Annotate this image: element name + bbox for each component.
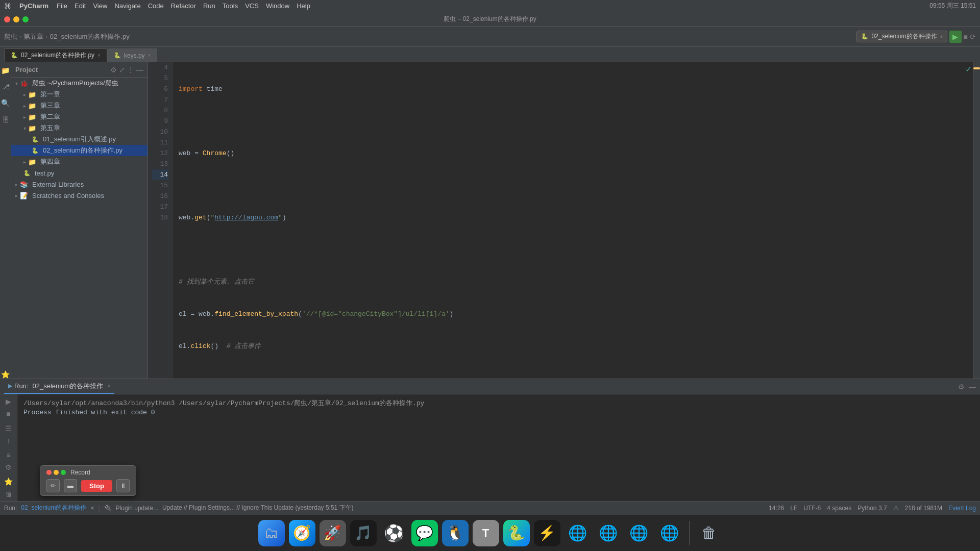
run-config-dropdown-icon[interactable]: ▾ bbox=[940, 34, 943, 39]
dock-chrome-2[interactable]: 🌐 bbox=[565, 520, 591, 546]
run-button[interactable]: ▶ bbox=[949, 31, 962, 43]
dock-chrome-4[interactable]: 🌐 bbox=[626, 520, 652, 546]
extlibs-icon: 📚 bbox=[20, 181, 28, 188]
cursor-position: 14:26 bbox=[769, 505, 784, 512]
menu-window[interactable]: Window bbox=[266, 2, 289, 10]
run-command: /Users/sylar/opt/anaconda3/bin/python3 /… bbox=[23, 398, 974, 408]
record-pen-btn[interactable]: ✏ bbox=[46, 479, 60, 492]
database-icon[interactable]: 🗄 bbox=[2, 115, 9, 123]
tree-root[interactable]: ▾ 🐞 爬虫 ~/PycharmProjects/爬虫 bbox=[11, 78, 148, 89]
run-label: Run: bbox=[14, 382, 28, 390]
tree-file-01[interactable]: 🐍 01_selenium引入概述.py bbox=[11, 134, 148, 145]
close-button[interactable] bbox=[4, 16, 10, 22]
run-tab-close[interactable]: × bbox=[107, 383, 110, 389]
menu-refactor[interactable]: Refactor bbox=[171, 2, 196, 10]
menu-items: File Edit View Navigate Code Refactor Ru… bbox=[57, 2, 310, 10]
sidebar-gear-icon[interactable]: ⋮ bbox=[127, 66, 134, 74]
sidebar-title: Project bbox=[15, 66, 108, 73]
menu-view[interactable]: View bbox=[93, 2, 107, 10]
run-side-toolbar: ▶ ■ ☰ ↑ ≡ ⚙ ⭐ 🗑 bbox=[0, 394, 17, 501]
tab-0-icon: 🐍 bbox=[11, 52, 18, 59]
run-status-tab[interactable]: 02_selenium的各种操作 bbox=[21, 504, 86, 512]
dock-chrome-5[interactable]: 🌐 bbox=[656, 520, 683, 546]
sidebar-settings-icon[interactable]: ⚙ bbox=[110, 66, 117, 74]
code-content[interactable]: import time web = Chrome() web.get("http… bbox=[173, 62, 973, 379]
dock-chrome-1[interactable]: ⚽ bbox=[381, 520, 407, 546]
tree-scratches[interactable]: ▸ 📝 Scratches and Consoles bbox=[11, 190, 148, 201]
run-config-label: 02_selenium的各种操作 bbox=[871, 32, 937, 41]
tree-chapter5[interactable]: ▾ 📁 第五章 bbox=[11, 122, 148, 134]
run-layout-btn[interactable]: ☰ bbox=[2, 423, 15, 434]
rerun-button[interactable]: ⟳ bbox=[970, 33, 976, 41]
run-star-btn[interactable]: ⭐ bbox=[2, 477, 15, 487]
tree-chapter2[interactable]: ▸ 📁 第二章 bbox=[11, 111, 148, 122]
sidebar-expand-icon[interactable]: ⤢ bbox=[119, 66, 125, 74]
menu-vcs[interactable]: VCS bbox=[245, 2, 259, 10]
tree-test-py[interactable]: 🐍 test.py bbox=[11, 167, 148, 179]
dock-typora[interactable]: T bbox=[473, 520, 499, 546]
record-minimize-btn[interactable] bbox=[54, 470, 59, 475]
menu-help[interactable]: Help bbox=[297, 2, 310, 10]
tree-chapter4[interactable]: ▸ 📁 第四章 bbox=[11, 156, 148, 167]
record-rect-btn[interactable]: ▬ bbox=[64, 479, 77, 492]
dock-thunder[interactable]: ⚡ bbox=[534, 520, 560, 546]
record-close-btn[interactable] bbox=[46, 470, 52, 475]
record-pause-btn[interactable]: ⏸ bbox=[116, 479, 130, 492]
run-stop-btn[interactable]: ■ bbox=[2, 409, 15, 419]
code-line-10: # 找到某个元素. 点击它 bbox=[179, 277, 967, 287]
dock-wechat[interactable]: 💬 bbox=[411, 520, 438, 546]
tree-external-libs[interactable]: ▸ 📚 External Libraries bbox=[11, 179, 148, 190]
run-settings-icon[interactable]: ⚙ bbox=[958, 383, 965, 391]
tab-0-close[interactable]: × bbox=[97, 53, 101, 58]
dock-finder[interactable]: 🗂 bbox=[258, 520, 285, 546]
favorites-icon[interactable]: ⭐ bbox=[1, 370, 10, 379]
run-minimize-icon[interactable]: — bbox=[969, 383, 976, 391]
menu-navigate[interactable]: Navigate bbox=[114, 2, 140, 10]
code-line-4: import time bbox=[179, 84, 967, 94]
dock-music[interactable]: 🎵 bbox=[350, 520, 377, 546]
dock-trash[interactable]: 🗑 bbox=[696, 520, 722, 546]
minimize-button[interactable] bbox=[13, 16, 19, 22]
tab-1-close[interactable]: × bbox=[148, 53, 151, 58]
menu-code[interactable]: Code bbox=[148, 2, 164, 10]
menu-edit[interactable]: Edit bbox=[75, 2, 86, 10]
search-icon[interactable]: 🔍 bbox=[1, 99, 10, 107]
run-output[interactable]: /Users/sylar/opt/anaconda3/bin/python3 /… bbox=[17, 394, 980, 501]
code-editor[interactable]: 4 5 6 7 8 9 10 11 12 13 14 15 16 17 18 i… bbox=[148, 62, 980, 379]
chapter3-arrow: ▸ bbox=[23, 103, 26, 109]
run-trash-btn[interactable]: 🗑 bbox=[2, 489, 15, 499]
apple-menu[interactable]: ⌘ bbox=[4, 2, 11, 10]
project-icon[interactable]: 📁 bbox=[1, 66, 10, 74]
dock-qq[interactable]: 🐧 bbox=[442, 520, 469, 546]
maximize-button[interactable] bbox=[22, 16, 29, 22]
record-maximize-btn[interactable] bbox=[61, 470, 66, 475]
tab-1[interactable]: 🐍 keys.py × bbox=[107, 48, 158, 62]
run-list-btn[interactable]: ≡ bbox=[2, 450, 15, 460]
dock-chrome-3[interactable]: 🌐 bbox=[595, 520, 622, 546]
run-search-btn[interactable]: ⚙ bbox=[2, 462, 15, 472]
status-left: Run: 02_selenium的各种操作 × | 🔌 Plugin updat… bbox=[4, 504, 354, 512]
run-tab[interactable]: ▶ Run: 02_selenium的各种操作 × bbox=[4, 379, 114, 394]
stop-toolbar-button[interactable]: ■ bbox=[964, 33, 968, 41]
tree-chapter1[interactable]: ▸ 📁 第一章 bbox=[11, 89, 148, 100]
dock-pycharm[interactable]: 🐍 bbox=[503, 520, 530, 546]
sidebar-close-icon[interactable]: — bbox=[136, 66, 143, 74]
menu-tools[interactable]: Tools bbox=[223, 2, 238, 10]
run-header-right: ⚙ — bbox=[958, 383, 976, 391]
run-up-btn[interactable]: ↑ bbox=[2, 436, 15, 446]
tab-0[interactable]: 🐍 02_selenium的各种操作.py × bbox=[4, 48, 107, 62]
event-log[interactable]: Event Log bbox=[948, 505, 976, 512]
run-status-close[interactable]: × bbox=[90, 505, 94, 512]
tree-chapter3[interactable]: ▸ 📁 第三章 bbox=[11, 100, 148, 111]
dock-safari[interactable]: 🧭 bbox=[289, 520, 315, 546]
menu-file[interactable]: File bbox=[57, 2, 67, 10]
chapter5-folder-icon: 📁 bbox=[28, 124, 36, 132]
tree-file-02[interactable]: 🐍 02_selenium的各种操作.py bbox=[11, 145, 148, 156]
plugin-info-text[interactable]: Update // Plugin Settings... // Ignore T… bbox=[162, 504, 354, 512]
run-play-btn[interactable]: ▶ bbox=[2, 396, 15, 407]
stop-recording-button[interactable]: Stop bbox=[81, 480, 112, 492]
git-icon[interactable]: ⎇ bbox=[2, 83, 10, 91]
menu-run[interactable]: Run bbox=[203, 2, 215, 10]
dock-launchpad[interactable]: 🚀 bbox=[320, 520, 346, 546]
window-title: 爬虫 – 02_selenium的各种操作.py bbox=[444, 15, 536, 23]
